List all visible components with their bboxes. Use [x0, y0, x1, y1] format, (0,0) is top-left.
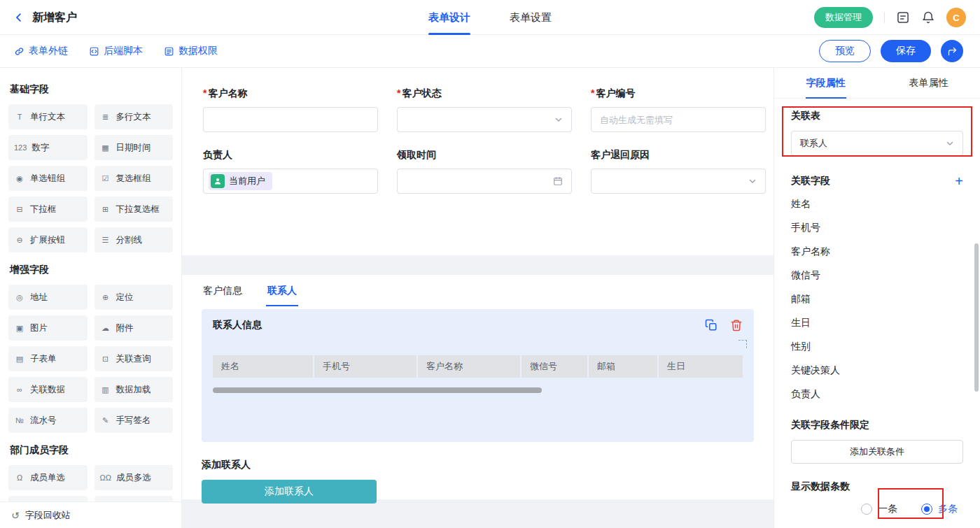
field-item-attachment[interactable]: ☁附件 — [94, 315, 174, 341]
tab-field-properties[interactable]: 字段属性 — [774, 68, 877, 98]
field-item-subform[interactable]: ▤子表单 — [8, 346, 88, 371]
add-condition-button[interactable]: 添加关联条件 — [791, 440, 963, 464]
claim-time-date-input[interactable] — [397, 169, 572, 194]
customer-status-select[interactable] — [397, 107, 572, 132]
field-item-image[interactable]: ▣图片 — [8, 315, 88, 341]
field-item-member-single[interactable]: Ω成员单选 — [8, 465, 88, 490]
topbar-right: 数据管理 C — [814, 0, 966, 35]
field-item-divider[interactable]: ☰分割线 — [94, 227, 174, 252]
share-button[interactable] — [941, 40, 963, 62]
field-recycle-bin[interactable]: ↺ 字段回收站 — [0, 501, 181, 528]
relation-field-item[interactable]: 客户名称 — [791, 240, 963, 264]
bell-icon[interactable] — [921, 10, 935, 24]
field-item-number[interactable]: 123数字 — [8, 135, 88, 160]
field-label: 客户退回原因 — [591, 149, 766, 162]
relation-field-item[interactable]: 性别 — [791, 335, 963, 359]
field-item-single-line-text[interactable]: T单行文本 — [8, 104, 88, 129]
data-manage-button[interactable]: 数据管理 — [814, 7, 873, 28]
tab-form-settings[interactable]: 表单设置 — [510, 0, 552, 35]
backend-script-button[interactable]: 后端脚本 — [89, 45, 143, 57]
tab-form-properties[interactable]: 表单属性 — [877, 68, 980, 98]
add-field-icon[interactable]: + — [955, 174, 963, 188]
chevron-left-icon — [13, 11, 25, 24]
trash-icon[interactable] — [730, 319, 743, 331]
table-column-header: 姓名 — [213, 355, 313, 378]
data-permission-button[interactable]: 数据权限 — [164, 45, 218, 57]
property-panel: 字段属性 表单属性 关联表 联系人 关联字段 + 姓名 手机号 客户名称 微信号… — [774, 68, 980, 528]
section-title-basic-fields: 基础字段 — [10, 83, 172, 96]
field-item-dropdown[interactable]: ⊟下拉框 — [8, 197, 88, 222]
radio-option-single[interactable]: 一条 — [861, 503, 897, 515]
field-label: 负责人 — [203, 149, 378, 162]
field-item-member-multi[interactable]: ΩΩ成员多选 — [94, 465, 174, 490]
tab-form-design[interactable]: 表单设计 — [428, 0, 470, 35]
relation-field-item[interactable]: 手机号 — [791, 216, 963, 240]
user-icon — [211, 174, 225, 188]
chevron-down-icon — [748, 177, 757, 185]
field-item-checkbox-group[interactable]: ☑复选框组 — [94, 166, 174, 191]
back-button[interactable] — [13, 11, 25, 24]
field-item-signature[interactable]: ✎手写签名 — [94, 408, 174, 433]
relation-table-select[interactable]: 联系人 — [791, 131, 963, 156]
relation-field-item[interactable]: 姓名 — [791, 192, 963, 216]
relation-field-item[interactable]: 生日 — [791, 311, 963, 335]
share-arrow-icon — [947, 46, 958, 57]
add-contact-button[interactable]: 添加联系人 — [202, 480, 377, 504]
relation-table-value: 联系人 — [800, 137, 827, 150]
radio-icon-selected[interactable] — [921, 504, 932, 515]
field-item-datetime[interactable]: ▦日期时间 — [94, 135, 174, 160]
table-column-header: 生日 — [659, 355, 743, 378]
form-field-customer-number[interactable]: *客户编号 — [591, 87, 766, 132]
workbench-icon[interactable] — [896, 10, 910, 24]
relation-data-icon: ∞ — [14, 385, 25, 394]
preview-button[interactable]: 预览 — [819, 40, 871, 62]
field-item-location[interactable]: ⊕定位 — [94, 285, 174, 310]
field-item-relation-query[interactable]: ⊡关联查询 — [94, 346, 174, 371]
form-external-link-button[interactable]: 表单外链 — [14, 45, 68, 57]
relation-field-item[interactable]: 邮箱 — [791, 287, 963, 311]
form-field-return-reason[interactable]: 客户退回原因 — [591, 149, 766, 194]
relation-field-item[interactable]: 微信号 — [791, 264, 963, 287]
radio-option-multiple[interactable]: 多条 — [921, 503, 958, 515]
signature-icon: ✎ — [100, 416, 111, 425]
customer-name-input[interactable] — [203, 107, 378, 132]
form-field-customer-status[interactable]: *客户状态 — [397, 87, 572, 132]
field-item-relation-data[interactable]: ∞关联数据 — [8, 377, 88, 402]
display-count-options: 一条 多条 — [791, 503, 963, 515]
return-reason-select[interactable] — [591, 169, 766, 194]
copy-icon[interactable] — [705, 319, 718, 331]
owner-field[interactable]: 当前用户 — [203, 169, 378, 194]
add-contact-label: 添加联系人 — [202, 459, 754, 471]
tab-customer-info[interactable]: 客户信息 — [202, 278, 244, 306]
field-item-address[interactable]: ◎地址 — [8, 285, 88, 310]
table-column-header: 微信号 — [522, 355, 587, 378]
field-item-multi-dropdown[interactable]: ⊞下拉复选框 — [94, 197, 174, 222]
subform-table-header: 姓名 手机号 客户名称 微信号 邮箱 生日 — [213, 355, 743, 378]
subform-card: 客户信息 联系人 联系人信息 姓 — [182, 275, 774, 499]
calendar-icon: ▦ — [100, 143, 111, 152]
field-item-multi-line-text[interactable]: ≣多行文本 — [94, 104, 174, 129]
vertical-scrollbar[interactable] — [974, 243, 979, 392]
save-button[interactable]: 保存 — [881, 40, 931, 62]
extend-button-icon: ⊖ — [14, 236, 25, 245]
table-column-header: 邮箱 — [589, 355, 657, 378]
relation-fields-label: 关联字段 — [791, 175, 830, 187]
calendar-icon — [553, 176, 563, 186]
form-field-customer-name[interactable]: *客户名称 — [203, 87, 378, 132]
current-user-tag[interactable]: 当前用户 — [209, 172, 272, 190]
horizontal-scrollbar[interactable] — [213, 387, 542, 393]
tab-contact[interactable]: 联系人 — [266, 278, 298, 306]
form-field-claim-time[interactable]: 领取时间 — [397, 149, 572, 194]
customer-number-input[interactable] — [591, 107, 766, 132]
form-field-owner[interactable]: 负责人 当前用户 — [203, 149, 378, 194]
radio-icon[interactable] — [861, 504, 872, 515]
contact-subform-panel[interactable]: 联系人信息 姓名 手机号 客户名称 微信号 — [202, 309, 754, 442]
field-item-serial-number[interactable]: №流水号 — [8, 408, 88, 433]
relation-field-item[interactable]: 负责人 — [791, 383, 963, 406]
relation-field-item[interactable]: 关键决策人 — [791, 359, 963, 383]
property-panel-tabs: 字段属性 表单属性 — [774, 68, 980, 99]
field-item-data-load[interactable]: ▥数据加载 — [94, 377, 174, 402]
field-item-extend-button[interactable]: ⊖扩展按钮 — [8, 227, 88, 252]
avatar[interactable]: C — [946, 8, 966, 27]
field-item-radio-group[interactable]: ◉单选钮组 — [8, 166, 88, 191]
